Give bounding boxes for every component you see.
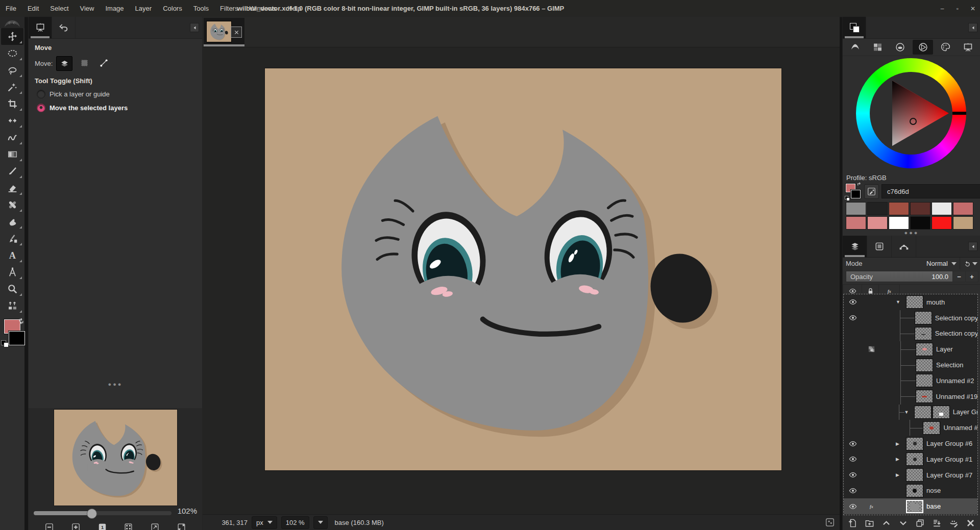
zoom-tool-button[interactable] bbox=[1, 281, 23, 297]
gradient-tool-button[interactable] bbox=[1, 146, 23, 163]
move-tool-button[interactable] bbox=[1, 28, 23, 45]
mini-swap-colors-icon[interactable] bbox=[856, 182, 862, 188]
paintbrush-tool-button[interactable] bbox=[1, 163, 23, 180]
palette-swatch[interactable] bbox=[910, 202, 930, 215]
layer-thumbnail[interactable] bbox=[916, 374, 933, 387]
palette-swatch[interactable] bbox=[953, 216, 973, 230]
opacity-increase-button[interactable]: + bbox=[966, 271, 978, 282]
close-image-icon[interactable] bbox=[231, 27, 242, 38]
fit-image-to-window-button[interactable] bbox=[150, 521, 161, 530]
palette-swatch[interactable] bbox=[867, 216, 888, 230]
alignment-tool-button[interactable] bbox=[1, 297, 23, 314]
smudge-tool-button[interactable] bbox=[1, 213, 23, 230]
ellipse-select-tool-button[interactable] bbox=[1, 45, 23, 62]
color-wheel[interactable] bbox=[843, 56, 980, 171]
shrink-wrap-button[interactable] bbox=[176, 521, 187, 530]
collapse-dock-icon[interactable] bbox=[968, 23, 977, 32]
background-color-swatch[interactable] bbox=[9, 331, 25, 345]
new-layer-button[interactable] bbox=[846, 517, 860, 529]
default-colors-icon[interactable] bbox=[1, 340, 9, 347]
palette-swatch[interactable] bbox=[910, 216, 930, 230]
menu-file[interactable]: File bbox=[0, 0, 22, 17]
layer-group-expander[interactable]: ▶ bbox=[896, 441, 906, 446]
palette-swatch[interactable] bbox=[846, 202, 866, 215]
layer-lock-cell[interactable] bbox=[862, 345, 880, 353]
layer-visibility-toggle[interactable] bbox=[844, 314, 862, 322]
ink-tool-button[interactable] bbox=[1, 230, 23, 247]
palette-swatch[interactable] bbox=[846, 216, 866, 230]
crop-tool-button[interactable] bbox=[1, 95, 23, 112]
canvas-navigation-icon[interactable] bbox=[824, 517, 836, 528]
zoom-value-box[interactable]: 102 % bbox=[281, 516, 309, 529]
anchor-wilber-button[interactable] bbox=[947, 517, 960, 529]
move-selection-toggle[interactable] bbox=[77, 56, 92, 70]
palette-swatch[interactable] bbox=[953, 202, 973, 215]
warp-transform-tool-button[interactable] bbox=[1, 129, 23, 146]
layer-thumbnail[interactable] bbox=[916, 343, 933, 356]
zoom-out-button[interactable] bbox=[44, 521, 55, 530]
tab-undo-history[interactable] bbox=[52, 17, 76, 38]
menu-tools[interactable]: Tools bbox=[188, 0, 214, 17]
pick-color-from-image-button[interactable] bbox=[864, 184, 879, 199]
layer-row-layer-group-1[interactable]: ▶Layer Group #1 bbox=[844, 451, 977, 467]
layer-thumbnail[interactable] bbox=[915, 327, 932, 340]
palette-swatch[interactable] bbox=[889, 216, 909, 230]
delete-layer-button[interactable] bbox=[964, 517, 977, 529]
mode-switch-button[interactable] bbox=[960, 258, 977, 269]
layer-row-layer-group-7[interactable]: ▶Layer Group #7 bbox=[844, 467, 977, 483]
layer-row-unnamed-[interactable]: Unnamed # bbox=[844, 420, 977, 436]
fit-image-in-window-button[interactable] bbox=[123, 521, 134, 530]
layer-row-mouth[interactable]: ▼mouth bbox=[844, 294, 977, 310]
color-selector-scales-tab[interactable] bbox=[958, 40, 978, 55]
fuzzy-select-tool-button[interactable] bbox=[1, 79, 23, 95]
layer-group-expander[interactable]: ▼ bbox=[896, 299, 906, 305]
layer-thumbnail[interactable] bbox=[906, 452, 923, 466]
tab-layers[interactable] bbox=[843, 236, 867, 257]
merge-down-button[interactable] bbox=[930, 517, 943, 529]
layer-thumbnail[interactable] bbox=[906, 468, 923, 482]
zoom-slider[interactable] bbox=[34, 509, 172, 518]
canvas-image[interactable] bbox=[265, 68, 781, 470]
minimize-button[interactable]: – bbox=[938, 5, 946, 12]
navigation-thumbnail[interactable] bbox=[54, 410, 177, 506]
heal-tool-button[interactable] bbox=[1, 196, 23, 213]
layer-visibility-toggle[interactable] bbox=[844, 487, 862, 495]
menu-select[interactable]: Select bbox=[44, 0, 74, 17]
mode-dropdown[interactable]: Normal bbox=[926, 260, 957, 267]
layer-visibility-toggle[interactable] bbox=[844, 471, 862, 479]
layer-thumbnail[interactable] bbox=[923, 421, 940, 435]
tab-paths[interactable] bbox=[892, 236, 916, 257]
opacity-slider[interactable]: Opacity 100.0 − + bbox=[846, 271, 978, 282]
menu-layer[interactable]: Layer bbox=[130, 0, 158, 17]
layer-thumbnail[interactable] bbox=[906, 295, 923, 309]
layer-thumbnail[interactable] bbox=[906, 437, 923, 450]
layer-row-selection[interactable]: Selection bbox=[844, 357, 977, 373]
layer-group-expander[interactable]: ▶ bbox=[896, 472, 906, 477]
duplicate-layer-button[interactable] bbox=[913, 517, 926, 529]
canvas-viewport[interactable] bbox=[203, 47, 840, 514]
layer-row-layer-group-6[interactable]: ▶Layer Group #6 bbox=[844, 436, 977, 451]
move-path-toggle[interactable] bbox=[96, 56, 111, 70]
palette-swatch[interactable] bbox=[867, 202, 888, 215]
palette-swatch[interactable] bbox=[932, 216, 952, 230]
unit-dropdown[interactable]: px bbox=[252, 516, 277, 529]
hue-marker[interactable] bbox=[952, 112, 966, 115]
mini-fg-bg-swatch[interactable] bbox=[846, 184, 861, 199]
layer-thumbnail[interactable] bbox=[916, 359, 933, 372]
color-selector-wheel-tab[interactable] bbox=[913, 40, 933, 55]
layer-thumbnail[interactable] bbox=[915, 311, 932, 324]
layer-thumbnail[interactable] bbox=[916, 390, 933, 403]
measure-tool-button[interactable] bbox=[1, 264, 23, 281]
swap-colors-icon[interactable] bbox=[18, 318, 24, 324]
layer-row-layer-gr[interactable]: ▼Layer Gr bbox=[844, 405, 977, 420]
panel-resize-grip[interactable]: ●●● bbox=[843, 231, 980, 235]
radio-pick-layer-or-guide[interactable]: Pick a layer or guide bbox=[37, 90, 196, 98]
layer-row-nose[interactable]: nose bbox=[844, 483, 977, 499]
layer-visibility-toggle[interactable] bbox=[844, 298, 862, 306]
text-tool-button[interactable]: A bbox=[1, 247, 23, 264]
mini-background-swatch[interactable] bbox=[851, 190, 861, 198]
flip-tool-button[interactable] bbox=[1, 112, 23, 129]
saturation-value-triangle[interactable] bbox=[870, 72, 952, 155]
image-tab[interactable] bbox=[204, 18, 244, 46]
maximize-button[interactable]: ▫ bbox=[953, 5, 962, 12]
